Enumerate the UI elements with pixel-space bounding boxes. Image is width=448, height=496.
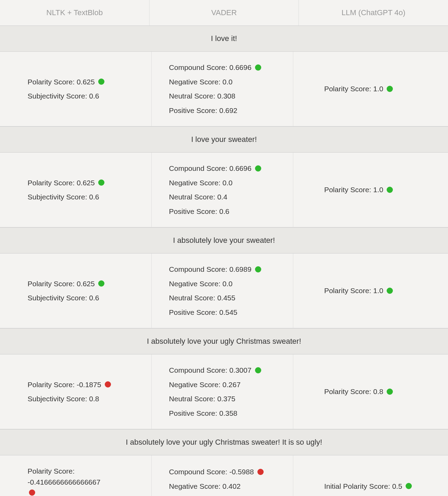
polarity-label: Polarity Score: 0.625 <box>28 177 95 188</box>
compound-label: Compound Score: 0.6989 <box>169 264 251 275</box>
polarity-label: Polarity Score: 0.625 <box>28 278 95 289</box>
data-row: Polarity Score: 0.625 Subjectivity Score… <box>0 52 448 126</box>
polarity-dot-icon <box>98 79 104 85</box>
llm-line: Polarity Score: 1.0 <box>324 83 393 94</box>
positive-line: Positive Score: 0.358 <box>169 408 279 419</box>
data-row: Polarity Score: -0.4166666666666667 Subj… <box>0 455 448 496</box>
vader-cell: Compound Score: 0.6696 Negative Score: 0… <box>152 153 293 227</box>
subjectivity-line: Subjectivity Score: 0.6 <box>28 292 138 303</box>
llm-line: Polarity Score: 0.8 <box>324 386 393 397</box>
header-row: NLTK + TextBlob VADER LLM (ChatGPT 4o) <box>0 0 448 25</box>
polarity-line: Polarity Score: 0.625 <box>28 76 138 87</box>
sentence-row: I absolutely love your ugly Christmas sw… <box>0 328 448 354</box>
subjectivity-line: Subjectivity Score: 0.6 <box>28 91 138 102</box>
compound-line: Compound Score: 0.6696 <box>169 163 279 174</box>
llm-cell: Polarity Score: 1.0 <box>293 52 448 126</box>
llm-label: Initial Polarity Score: 0.5 <box>324 481 402 492</box>
sentence-row: I absolutely love your sweater! <box>0 227 448 254</box>
llm-dot-icon <box>406 483 412 489</box>
neutral-label: Neutral Score: 0.4 <box>169 192 227 203</box>
polarity-label: Polarity Score: -0.4166666666666667 <box>28 466 138 487</box>
sentence-row: I love it! <box>0 25 448 52</box>
data-row: Polarity Score: -0.1875 Subjectivity Sco… <box>0 354 448 429</box>
polarity-label: Polarity Score: 0.625 <box>28 76 95 87</box>
header-vader: VADER <box>150 0 299 25</box>
negative-label: Negative Score: 0.402 <box>169 481 241 492</box>
positive-line: Positive Score: 0.692 <box>169 105 279 116</box>
subjectivity-label: Subjectivity Score: 0.6 <box>28 91 99 102</box>
neutral-line: Neutral Score: 0.455 <box>169 292 279 303</box>
llm-cell: Polarity Score: 0.8 <box>293 354 448 429</box>
compound-label: Compound Score: 0.6696 <box>169 62 251 73</box>
nltk-cell: Polarity Score: -0.4166666666666667 Subj… <box>0 455 152 496</box>
positive-line: Positive Score: 0.6 <box>169 206 279 217</box>
header-llm: LLM (ChatGPT 4o) <box>299 0 448 25</box>
neutral-label: Neutral Score: 0.308 <box>169 91 235 102</box>
vader-cell: Compound Score: 0.3007 Negative Score: 0… <box>152 354 293 429</box>
negative-line: Negative Score: 0.0 <box>169 177 279 188</box>
subjectivity-label: Subjectivity Score: 0.6 <box>28 192 99 203</box>
polarity-label: Polarity Score: -0.1875 <box>28 379 101 390</box>
llm-label: Polarity Score: 1.0 <box>324 83 384 94</box>
compound-dot-icon <box>255 367 261 373</box>
llm-label: Polarity Score: 1.0 <box>324 184 384 195</box>
neutral-line: Neutral Score: 0.308 <box>169 91 279 102</box>
nltk-cell: Polarity Score: -0.1875 Subjectivity Sco… <box>0 354 152 429</box>
compound-label: Compound Score: -0.5988 <box>169 466 254 477</box>
llm-cell: Polarity Score: 1.0 <box>293 153 448 227</box>
positive-label: Positive Score: 0.6 <box>169 206 229 217</box>
compound-line: Compound Score: 0.6989 <box>169 264 279 275</box>
negative-label: Negative Score: 0.267 <box>169 379 241 390</box>
neutral-label: Neutral Score: 0.375 <box>169 393 235 404</box>
positive-label: Positive Score: 0.358 <box>169 408 237 419</box>
negative-label: Negative Score: 0.0 <box>169 177 232 188</box>
polarity-dot-icon <box>98 179 104 186</box>
positive-label: Positive Score: 0.545 <box>169 307 237 318</box>
positive-label: Positive Score: 0.692 <box>169 105 237 116</box>
nltk-cell: Polarity Score: 0.625 Subjectivity Score… <box>0 153 152 227</box>
polarity-dot-icon <box>98 280 104 287</box>
header-nltk: NLTK + TextBlob <box>0 0 150 25</box>
comparison-table: NLTK + TextBlob VADER LLM (ChatGPT 4o) I… <box>0 0 448 496</box>
data-row: Polarity Score: 0.625 Subjectivity Score… <box>0 254 448 328</box>
sentence-row: I love your sweater! <box>0 126 448 153</box>
negative-label: Negative Score: 0.0 <box>169 278 232 289</box>
subjectivity-label: Subjectivity Score: 0.6 <box>28 292 99 303</box>
polarity-line: Polarity Score: 0.625 <box>28 278 138 289</box>
subjectivity-label: Subjectivity Score: 0.8 <box>28 393 99 404</box>
neutral-label: Neutral Score: 0.455 <box>169 292 235 303</box>
vader-cell: Compound Score: 0.6696 Negative Score: 0… <box>152 52 293 126</box>
vader-cell: Compound Score: 0.6989 Negative Score: 0… <box>152 254 293 328</box>
data-row: Polarity Score: 0.625 Subjectivity Score… <box>0 153 448 227</box>
vader-cell: Compound Score: -0.5988 Negative Score: … <box>152 455 293 496</box>
llm-dot-icon <box>387 86 393 92</box>
compound-label: Compound Score: 0.6696 <box>169 163 251 174</box>
compound-dot-icon <box>257 469 264 475</box>
nltk-cell: Polarity Score: 0.625 Subjectivity Score… <box>0 52 152 126</box>
polarity-line: Polarity Score: 0.625 <box>28 177 138 188</box>
llm-line: Polarity Score: 1.0 <box>324 285 393 296</box>
compound-line: Compound Score: -0.5988 <box>169 466 279 477</box>
subjectivity-line: Subjectivity Score: 0.6 <box>28 192 138 203</box>
negative-line: Negative Score: 0.402 <box>169 481 279 492</box>
negative-label: Negative Score: 0.0 <box>169 76 232 87</box>
llm-label: Polarity Score: 0.8 <box>324 386 384 397</box>
llm-line: Polarity Score: 1.0 <box>324 184 393 195</box>
polarity-dot-icon <box>29 489 35 496</box>
llm-dot-icon <box>387 187 393 193</box>
sentence-row: I absolutely love your ugly Christmas sw… <box>0 429 448 455</box>
compound-label: Compound Score: 0.3007 <box>169 365 251 376</box>
negative-line: Negative Score: 0.0 <box>169 278 279 289</box>
llm-line: Initial Polarity Score: 0.5 <box>324 481 412 492</box>
nltk-cell: Polarity Score: 0.625 Subjectivity Score… <box>0 254 152 328</box>
positive-line: Positive Score: 0.545 <box>169 307 279 318</box>
llm-dot-icon <box>387 389 393 395</box>
compound-dot-icon <box>255 266 261 272</box>
compound-line: Compound Score: 0.6696 <box>169 62 279 73</box>
negative-line: Negative Score: 0.0 <box>169 76 279 87</box>
compound-dot-icon <box>255 64 261 71</box>
polarity-line: Polarity Score: -0.4166666666666667 <box>28 466 138 496</box>
negative-line: Negative Score: 0.267 <box>169 379 279 390</box>
polarity-line: Polarity Score: -0.1875 <box>28 379 138 390</box>
compound-line: Compound Score: 0.3007 <box>169 365 279 376</box>
